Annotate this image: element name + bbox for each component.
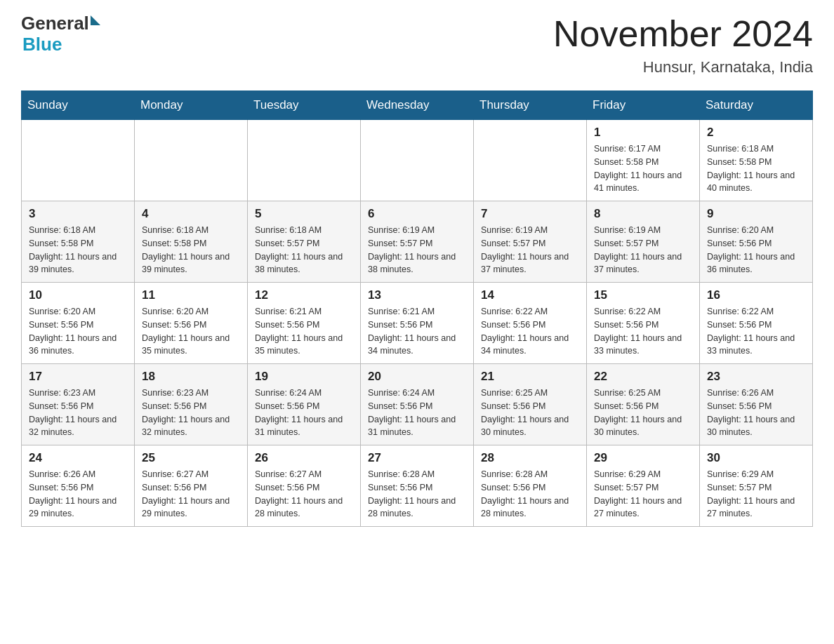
day-info: Sunrise: 6:24 AM Sunset: 5:56 PM Dayligh… [255,387,353,439]
calendar-cell: 29Sunrise: 6:29 AM Sunset: 5:57 PM Dayli… [587,445,700,527]
day-info: Sunrise: 6:22 AM Sunset: 5:56 PM Dayligh… [707,305,805,358]
day-number: 26 [255,451,353,465]
calendar-cell: 1Sunrise: 6:17 AM Sunset: 5:58 PM Daylig… [587,120,700,201]
day-number: 3 [29,207,127,221]
weekday-header-row: SundayMondayTuesdayWednesdayThursdayFrid… [22,91,813,120]
day-info: Sunrise: 6:19 AM Sunset: 5:57 PM Dayligh… [481,224,579,276]
logo-blue-text: Blue [22,34,62,55]
day-number: 7 [481,207,579,221]
page-header: General Blue November 2024 Hunsur, Karna… [21,14,813,76]
calendar-cell: 2Sunrise: 6:18 AM Sunset: 5:58 PM Daylig… [700,120,813,201]
day-info: Sunrise: 6:20 AM Sunset: 5:56 PM Dayligh… [142,305,240,358]
calendar-cell [248,120,361,201]
day-number: 16 [707,288,805,302]
calendar-cell: 8Sunrise: 6:19 AM Sunset: 5:57 PM Daylig… [587,201,700,283]
calendar-cell: 5Sunrise: 6:18 AM Sunset: 5:57 PM Daylig… [248,201,361,283]
day-info: Sunrise: 6:20 AM Sunset: 5:56 PM Dayligh… [707,224,805,276]
day-info: Sunrise: 6:21 AM Sunset: 5:56 PM Dayligh… [255,305,353,358]
day-info: Sunrise: 6:27 AM Sunset: 5:56 PM Dayligh… [142,468,240,521]
day-info: Sunrise: 6:23 AM Sunset: 5:56 PM Dayligh… [142,387,240,439]
day-info: Sunrise: 6:18 AM Sunset: 5:57 PM Dayligh… [255,224,353,276]
day-info: Sunrise: 6:22 AM Sunset: 5:56 PM Dayligh… [594,305,692,358]
calendar-cell: 12Sunrise: 6:21 AM Sunset: 5:56 PM Dayli… [248,283,361,364]
day-number: 12 [255,288,353,302]
day-info: Sunrise: 6:29 AM Sunset: 5:57 PM Dayligh… [594,468,692,521]
day-number: 1 [594,126,692,140]
month-title: November 2024 [553,14,813,54]
calendar-cell: 3Sunrise: 6:18 AM Sunset: 5:58 PM Daylig… [22,201,135,283]
calendar-cell: 6Sunrise: 6:19 AM Sunset: 5:57 PM Daylig… [361,201,474,283]
weekday-header-wednesday: Wednesday [361,91,474,120]
day-info: Sunrise: 6:23 AM Sunset: 5:56 PM Dayligh… [29,387,127,439]
calendar-cell: 28Sunrise: 6:28 AM Sunset: 5:56 PM Dayli… [474,445,587,527]
day-number: 9 [707,207,805,221]
logo-general-text: General [21,14,89,32]
day-info: Sunrise: 6:29 AM Sunset: 5:57 PM Dayligh… [707,468,805,521]
calendar-cell: 21Sunrise: 6:25 AM Sunset: 5:56 PM Dayli… [474,364,587,445]
calendar-cell: 23Sunrise: 6:26 AM Sunset: 5:56 PM Dayli… [700,364,813,445]
day-info: Sunrise: 6:22 AM Sunset: 5:56 PM Dayligh… [481,305,579,358]
day-number: 25 [142,451,240,465]
day-number: 18 [142,370,240,384]
day-number: 27 [368,451,466,465]
day-number: 28 [481,451,579,465]
calendar-cell: 15Sunrise: 6:22 AM Sunset: 5:56 PM Dayli… [587,283,700,364]
weekday-header-thursday: Thursday [474,91,587,120]
day-number: 11 [142,288,240,302]
calendar-cell: 19Sunrise: 6:24 AM Sunset: 5:56 PM Dayli… [248,364,361,445]
calendar-cell: 26Sunrise: 6:27 AM Sunset: 5:56 PM Dayli… [248,445,361,527]
day-number: 24 [29,451,127,465]
day-number: 30 [707,451,805,465]
calendar-cell [135,120,248,201]
day-info: Sunrise: 6:19 AM Sunset: 5:57 PM Dayligh… [368,224,466,276]
calendar-cell: 30Sunrise: 6:29 AM Sunset: 5:57 PM Dayli… [700,445,813,527]
day-info: Sunrise: 6:18 AM Sunset: 5:58 PM Dayligh… [707,142,805,195]
calendar-row-week-5: 24Sunrise: 6:26 AM Sunset: 5:56 PM Dayli… [22,445,813,527]
calendar-cell: 11Sunrise: 6:20 AM Sunset: 5:56 PM Dayli… [135,283,248,364]
weekday-header-monday: Monday [135,91,248,120]
weekday-header-sunday: Sunday [22,91,135,120]
day-number: 10 [29,288,127,302]
calendar-cell: 17Sunrise: 6:23 AM Sunset: 5:56 PM Dayli… [22,364,135,445]
calendar-cell: 9Sunrise: 6:20 AM Sunset: 5:56 PM Daylig… [700,201,813,283]
day-info: Sunrise: 6:20 AM Sunset: 5:56 PM Dayligh… [29,305,127,358]
calendar-cell: 16Sunrise: 6:22 AM Sunset: 5:56 PM Dayli… [700,283,813,364]
day-number: 14 [481,288,579,302]
calendar-cell: 14Sunrise: 6:22 AM Sunset: 5:56 PM Dayli… [474,283,587,364]
calendar-row-week-3: 10Sunrise: 6:20 AM Sunset: 5:56 PM Dayli… [22,283,813,364]
day-info: Sunrise: 6:26 AM Sunset: 5:56 PM Dayligh… [29,468,127,521]
calendar-table: SundayMondayTuesdayWednesdayThursdayFrid… [21,90,813,527]
day-info: Sunrise: 6:27 AM Sunset: 5:56 PM Dayligh… [255,468,353,521]
day-number: 21 [481,370,579,384]
calendar-cell: 25Sunrise: 6:27 AM Sunset: 5:56 PM Dayli… [135,445,248,527]
weekday-header-friday: Friday [587,91,700,120]
calendar-cell [22,120,135,201]
day-info: Sunrise: 6:18 AM Sunset: 5:58 PM Dayligh… [29,224,127,276]
calendar-row-week-2: 3Sunrise: 6:18 AM Sunset: 5:58 PM Daylig… [22,201,813,283]
calendar-cell: 18Sunrise: 6:23 AM Sunset: 5:56 PM Dayli… [135,364,248,445]
weekday-header-saturday: Saturday [700,91,813,120]
day-number: 6 [368,207,466,221]
day-info: Sunrise: 6:17 AM Sunset: 5:58 PM Dayligh… [594,142,692,195]
calendar-row-week-1: 1Sunrise: 6:17 AM Sunset: 5:58 PM Daylig… [22,120,813,201]
day-number: 8 [594,207,692,221]
calendar-cell: 13Sunrise: 6:21 AM Sunset: 5:56 PM Dayli… [361,283,474,364]
logo: General Blue [21,14,100,55]
day-number: 20 [368,370,466,384]
location-title: Hunsur, Karnataka, India [553,58,813,76]
calendar-row-week-4: 17Sunrise: 6:23 AM Sunset: 5:56 PM Dayli… [22,364,813,445]
day-number: 5 [255,207,353,221]
day-number: 13 [368,288,466,302]
calendar-cell [474,120,587,201]
day-number: 22 [594,370,692,384]
day-number: 29 [594,451,692,465]
day-number: 4 [142,207,240,221]
day-info: Sunrise: 6:28 AM Sunset: 5:56 PM Dayligh… [481,468,579,521]
day-info: Sunrise: 6:25 AM Sunset: 5:56 PM Dayligh… [481,387,579,439]
logo-arrow-icon [91,15,100,25]
calendar-cell: 24Sunrise: 6:26 AM Sunset: 5:56 PM Dayli… [22,445,135,527]
calendar-cell [361,120,474,201]
calendar-cell: 22Sunrise: 6:25 AM Sunset: 5:56 PM Dayli… [587,364,700,445]
day-number: 17 [29,370,127,384]
day-info: Sunrise: 6:25 AM Sunset: 5:56 PM Dayligh… [594,387,692,439]
